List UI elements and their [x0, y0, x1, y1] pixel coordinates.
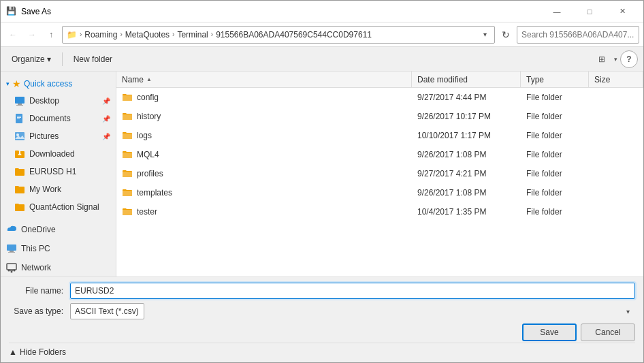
help-button[interactable]: ?	[620, 50, 638, 68]
onedrive-label: OneDrive	[21, 225, 56, 234]
column-header-date[interactable]: Date modified	[412, 72, 521, 87]
buttons-row: Save Cancel	[9, 323, 635, 341]
file-name-cell: config	[116, 92, 412, 103]
sidebar-item-desktop[interactable]: Desktop 📌	[1, 92, 116, 110]
file-name-cell: profiles	[116, 168, 412, 179]
toolbar: Organize ▾ New folder ⊞ ▾ ?	[1, 47, 643, 72]
file-date-cell: 10/4/2017 1:35 PM	[412, 207, 521, 217]
file-type-cell: File folder	[521, 169, 589, 178]
sidebar-section-quick-access[interactable]: ▾ ★ Quick access	[1, 74, 116, 92]
column-header-name[interactable]: Name ▲	[116, 72, 412, 87]
sidebar-network[interactable]: Network	[1, 258, 116, 277]
file-name-cell: MQL4	[116, 149, 412, 160]
folder-icon	[122, 149, 133, 160]
file-list: config 9/27/2017 4:44 PM File folder his…	[116, 88, 643, 277]
toolbar-separator	[62, 52, 63, 66]
save-button[interactable]: Save	[522, 323, 577, 341]
svg-rect-14	[8, 252, 15, 253]
filetype-row: Save as type: ASCII Text (*.csv)	[9, 303, 635, 319]
documents-icon	[14, 113, 25, 124]
window-icon: 💾	[6, 6, 17, 17]
file-name-cell: history	[116, 111, 412, 122]
file-date-cell: 10/10/2017 1:17 PM	[412, 131, 521, 140]
breadcrumb-dropdown-button[interactable]: ▾	[479, 28, 490, 42]
table-row[interactable]: MQL4 9/26/2017 1:08 PM File folder	[116, 145, 643, 164]
organize-button[interactable]: Organize ▾	[6, 50, 57, 68]
file-date-cell: 9/27/2017 4:44 PM	[412, 93, 521, 102]
file-date-cell: 9/26/2017 1:08 PM	[412, 150, 521, 159]
sidebar-thispc[interactable]: This PC	[1, 239, 116, 258]
svg-rect-15	[7, 264, 16, 270]
main-content: ▾ ★ Quick access Desktop 📌	[1, 72, 643, 277]
file-date-cell: 9/27/2017 4:21 PM	[412, 169, 521, 178]
downloaded-folder-icon	[14, 148, 25, 159]
sidebar-item-documents[interactable]: Documents 📌	[1, 110, 116, 127]
search-input[interactable]	[517, 26, 639, 44]
file-name-cell: tester	[116, 206, 412, 217]
sidebar-onedrive[interactable]: OneDrive	[1, 220, 116, 239]
quick-access-label: Quick access	[24, 79, 72, 89]
save-as-dialog: 💾 Save As — □ ✕ ← → ↑ 📁 › Roaming › Meta…	[0, 0, 644, 363]
documents-pin-icon: 📌	[102, 115, 110, 123]
sidebar-item-quantaction[interactable]: QuantAction Signal	[1, 198, 116, 216]
sort-arrow-icon: ▲	[146, 76, 152, 82]
file-type-cell: File folder	[521, 93, 589, 102]
sidebar-item-mywork[interactable]: My Work	[1, 180, 116, 198]
file-name-cell: templates	[116, 187, 412, 198]
mywork-label: My Work	[29, 185, 61, 194]
quick-access-chevron-icon: ▾	[6, 80, 10, 87]
sidebar-item-downloaded[interactable]: Downloaded	[1, 145, 116, 163]
table-row[interactable]: logs 10/10/2017 1:17 PM File folder	[116, 126, 643, 145]
up-button[interactable]: ↑	[43, 27, 59, 43]
breadcrumb[interactable]: 📁 › Roaming › MetaQuotes › Terminal › 91…	[62, 26, 495, 44]
file-type-cell: File folder	[521, 188, 589, 198]
quick-access-star-icon: ★	[12, 78, 21, 89]
table-row[interactable]: profiles 9/27/2017 4:21 PM File folder	[116, 164, 643, 183]
sidebar-item-eurusd[interactable]: EURUSD H1	[1, 163, 116, 180]
cancel-button[interactable]: Cancel	[581, 323, 635, 341]
refresh-button[interactable]: ↻	[498, 27, 514, 43]
pictures-icon	[14, 131, 25, 142]
mywork-folder-icon	[14, 184, 25, 195]
column-header-type[interactable]: Type	[521, 72, 589, 87]
svg-rect-13	[10, 251, 14, 252]
file-name-cell: logs	[116, 130, 412, 141]
forward-button[interactable]: →	[24, 27, 40, 43]
table-row[interactable]: tester 10/4/2017 1:35 PM File folder	[116, 202, 643, 221]
svg-rect-0	[15, 97, 25, 104]
sidebar-item-pictures[interactable]: Pictures 📌	[1, 127, 116, 145]
filename-input[interactable]	[70, 283, 635, 299]
downloaded-label: Downloaded	[29, 149, 75, 159]
breadcrumb-folder-icon: 📁	[67, 30, 77, 40]
close-button[interactable]: ✕	[607, 1, 638, 22]
onedrive-icon	[6, 224, 17, 235]
file-type-cell: File folder	[521, 112, 589, 121]
table-row[interactable]: history 9/26/2017 10:17 PM File folder	[116, 107, 643, 126]
desktop-pin-icon: 📌	[102, 97, 110, 105]
maximize-button[interactable]: □	[574, 1, 605, 22]
file-list-area: Name ▲ Date modified Type Size	[116, 72, 643, 277]
breadcrumb-roaming: Roaming	[84, 30, 117, 40]
column-header-size[interactable]: Size	[589, 72, 643, 87]
bottom-area: File name: Save as type: ASCII Text (*.c…	[1, 277, 643, 362]
folder-icon	[122, 130, 133, 141]
folder-icon	[122, 187, 133, 198]
view-button[interactable]: ⊞	[592, 50, 611, 68]
minimize-button[interactable]: —	[541, 1, 573, 22]
table-row[interactable]: templates 9/26/2017 1:08 PM File folder	[116, 183, 643, 202]
file-date-cell: 9/26/2017 10:17 PM	[412, 112, 521, 121]
svg-rect-12	[7, 244, 16, 251]
title-bar: 💾 Save As — □ ✕	[1, 1, 643, 22]
desktop-icon	[14, 95, 25, 106]
back-button[interactable]: ←	[5, 27, 21, 43]
organize-chevron-icon: ▾	[47, 54, 51, 64]
table-row[interactable]: config 9/27/2017 4:44 PM File folder	[116, 88, 643, 107]
new-folder-button[interactable]: New folder	[68, 50, 118, 68]
column-type-label: Type	[526, 75, 544, 84]
network-label: Network	[21, 263, 51, 272]
eurusd-label: EURUSD H1	[29, 167, 76, 176]
filetype-select[interactable]: ASCII Text (*.csv)	[70, 303, 144, 319]
hide-folders-button[interactable]: ▲ Hide Folders	[9, 347, 66, 357]
window-title: Save As	[21, 7, 541, 16]
svg-rect-2	[16, 105, 23, 106]
